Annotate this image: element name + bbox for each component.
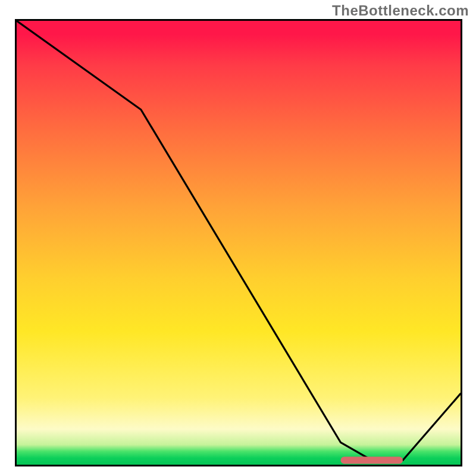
chart-overlay [17,21,461,465]
plot-frame [15,19,462,466]
bottleneck-curve [17,21,461,461]
chart-stage: TheBottleneck.com [0,0,476,476]
watermark-text: TheBottleneck.com [332,2,469,19]
optimal-marker [341,457,403,464]
